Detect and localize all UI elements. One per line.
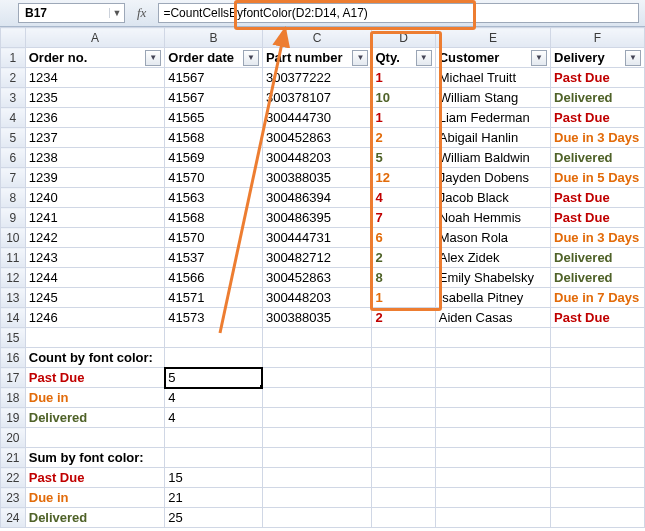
cell-D15[interactable] <box>372 328 435 348</box>
cell-A12[interactable]: 1244 <box>25 268 165 288</box>
cell-F14[interactable]: Past Due <box>551 308 645 328</box>
cell-E14[interactable]: Aiden Casas <box>435 308 550 328</box>
cell-A24[interactable]: Delivered <box>25 508 165 528</box>
row-header-10[interactable]: 10 <box>1 228 26 248</box>
select-all-corner[interactable] <box>1 28 26 48</box>
cell-B18[interactable]: 4 <box>165 388 263 408</box>
cell-D20[interactable] <box>372 428 435 448</box>
cell-A11[interactable]: 1243 <box>25 248 165 268</box>
column-header-C[interactable]: C <box>262 28 372 48</box>
row-header-13[interactable]: 13 <box>1 288 26 308</box>
cell-B9[interactable]: 41568 <box>165 208 263 228</box>
cell-B5[interactable]: 41568 <box>165 128 263 148</box>
row-header-22[interactable]: 22 <box>1 468 26 488</box>
row-header-24[interactable]: 24 <box>1 508 26 528</box>
header-cell-B[interactable]: Order date▼ <box>165 48 263 68</box>
filter-dropdown-icon[interactable]: ▼ <box>416 50 432 66</box>
row-header-4[interactable]: 4 <box>1 108 26 128</box>
cell-E18[interactable] <box>435 388 550 408</box>
column-header-E[interactable]: E <box>435 28 550 48</box>
cell-A22[interactable]: Past Due <box>25 468 165 488</box>
column-header-F[interactable]: F <box>551 28 645 48</box>
cell-A19[interactable]: Delivered <box>25 408 165 428</box>
cell-C3[interactable]: 300378107 <box>262 88 372 108</box>
cell-B13[interactable]: 41571 <box>165 288 263 308</box>
cell-A21[interactable]: Sum by font color: <box>25 448 165 468</box>
cell-D22[interactable] <box>372 468 435 488</box>
cell-E15[interactable] <box>435 328 550 348</box>
cell-E10[interactable]: Mason Rola <box>435 228 550 248</box>
cell-E9[interactable]: Noah Hemmis <box>435 208 550 228</box>
cell-A3[interactable]: 1235 <box>25 88 165 108</box>
cell-C16[interactable] <box>262 348 372 368</box>
cell-E22[interactable] <box>435 468 550 488</box>
cell-B12[interactable]: 41566 <box>165 268 263 288</box>
cell-C24[interactable] <box>262 508 372 528</box>
filter-dropdown-icon[interactable]: ▼ <box>145 50 161 66</box>
cell-E6[interactable]: William Baldwin <box>435 148 550 168</box>
cell-D6[interactable]: 5 <box>372 148 435 168</box>
cell-E21[interactable] <box>435 448 550 468</box>
cell-D16[interactable] <box>372 348 435 368</box>
cell-D9[interactable]: 7 <box>372 208 435 228</box>
row-header-9[interactable]: 9 <box>1 208 26 228</box>
cell-C5[interactable]: 300452863 <box>262 128 372 148</box>
cell-D14[interactable]: 2 <box>372 308 435 328</box>
cell-C23[interactable] <box>262 488 372 508</box>
cell-D21[interactable] <box>372 448 435 468</box>
cell-B6[interactable]: 41569 <box>165 148 263 168</box>
cell-C19[interactable] <box>262 408 372 428</box>
cell-C15[interactable] <box>262 328 372 348</box>
filter-dropdown-icon[interactable]: ▼ <box>625 50 641 66</box>
fx-icon[interactable]: fx <box>137 5 146 21</box>
cell-A18[interactable]: Due in <box>25 388 165 408</box>
cell-F6[interactable]: Delivered <box>551 148 645 168</box>
cell-F22[interactable] <box>551 468 645 488</box>
cell-A10[interactable]: 1242 <box>25 228 165 248</box>
row-header-8[interactable]: 8 <box>1 188 26 208</box>
filter-dropdown-icon[interactable]: ▼ <box>352 50 368 66</box>
row-header-11[interactable]: 11 <box>1 248 26 268</box>
cell-B21[interactable] <box>165 448 263 468</box>
cell-F19[interactable] <box>551 408 645 428</box>
cell-F18[interactable] <box>551 388 645 408</box>
cell-C22[interactable] <box>262 468 372 488</box>
cell-E5[interactable]: Abigail Hanlin <box>435 128 550 148</box>
cell-D11[interactable]: 2 <box>372 248 435 268</box>
cell-A16[interactable]: Count by font color: <box>25 348 165 368</box>
filter-dropdown-icon[interactable]: ▼ <box>531 50 547 66</box>
cell-E2[interactable]: Michael Truitt <box>435 68 550 88</box>
cell-F16[interactable] <box>551 348 645 368</box>
cell-D10[interactable]: 6 <box>372 228 435 248</box>
cell-C6[interactable]: 300448203 <box>262 148 372 168</box>
filter-dropdown-icon[interactable]: ▼ <box>243 50 259 66</box>
cell-B22[interactable]: 15 <box>165 468 263 488</box>
cell-F9[interactable]: Past Due <box>551 208 645 228</box>
cell-F5[interactable]: Due in 3 Days <box>551 128 645 148</box>
cell-E8[interactable]: Jacob Black <box>435 188 550 208</box>
cell-A20[interactable] <box>25 428 165 448</box>
cell-F8[interactable]: Past Due <box>551 188 645 208</box>
cell-D13[interactable]: 1 <box>372 288 435 308</box>
cell-B15[interactable] <box>165 328 263 348</box>
cell-C7[interactable]: 300388035 <box>262 168 372 188</box>
cell-A2[interactable]: 1234 <box>25 68 165 88</box>
cell-A5[interactable]: 1237 <box>25 128 165 148</box>
cell-F15[interactable] <box>551 328 645 348</box>
cell-E20[interactable] <box>435 428 550 448</box>
cell-A17[interactable]: Past Due <box>25 368 165 388</box>
row-header-12[interactable]: 12 <box>1 268 26 288</box>
cell-E16[interactable] <box>435 348 550 368</box>
cell-B11[interactable]: 41537 <box>165 248 263 268</box>
cell-F23[interactable] <box>551 488 645 508</box>
name-box-dropdown-icon[interactable]: ▼ <box>109 8 124 18</box>
cell-F24[interactable] <box>551 508 645 528</box>
formula-bar[interactable]: =CountCellsByfontColor(D2:D14, A17) <box>158 3 639 23</box>
header-cell-E[interactable]: Customer▼ <box>435 48 550 68</box>
cell-B20[interactable] <box>165 428 263 448</box>
column-header-B[interactable]: B <box>165 28 263 48</box>
cell-A13[interactable]: 1245 <box>25 288 165 308</box>
cell-B24[interactable]: 25 <box>165 508 263 528</box>
cell-F10[interactable]: Due in 3 Days <box>551 228 645 248</box>
row-header-7[interactable]: 7 <box>1 168 26 188</box>
